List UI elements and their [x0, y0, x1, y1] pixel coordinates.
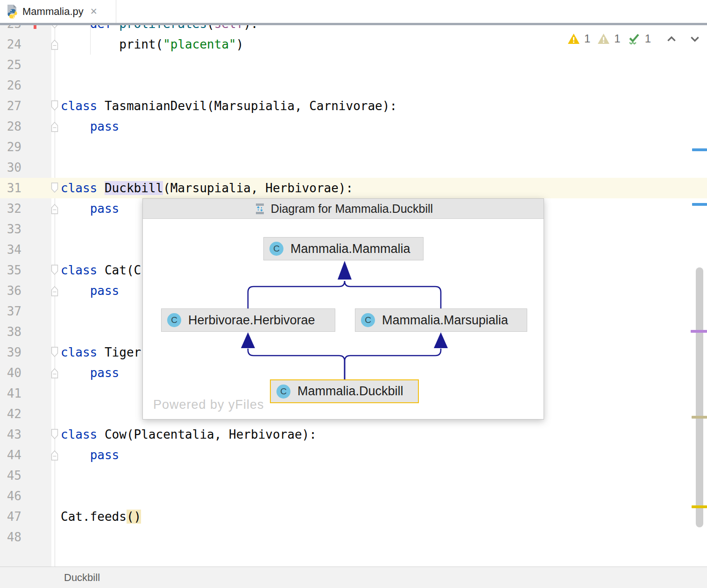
- weak-warning-count[interactable]: 1: [614, 32, 620, 45]
- arrowhead-to-herbivorae: [241, 332, 255, 348]
- line-number: 25: [0, 55, 21, 75]
- editor-tab-bar: Mammalia.py ✕: [0, 0, 707, 23]
- arrowhead-to-mammalia: [338, 261, 352, 280]
- stripe-mark[interactable]: [692, 505, 707, 508]
- edge-duckbill-to-marsupialia: [345, 349, 441, 379]
- line-number: 46: [0, 486, 21, 506]
- stripe-mark[interactable]: [691, 330, 707, 333]
- line-number: 34: [0, 239, 21, 260]
- tab-mammalia-py[interactable]: Mammalia.py ✕: [0, 0, 116, 23]
- stripe-mark[interactable]: [692, 203, 707, 206]
- code-line-text: class Tiger: [61, 342, 141, 363]
- fit-content-icon: [254, 203, 266, 215]
- code-line-47[interactable]: 47Cat.feeds(): [0, 506, 707, 527]
- code-line-27[interactable]: 27class TasmanianDevil(Marsupialia, Carn…: [0, 96, 707, 116]
- line-number: 36: [0, 280, 21, 301]
- fold-marker-end-icon[interactable]: [51, 285, 58, 296]
- fold-marker-open-icon[interactable]: [51, 265, 58, 276]
- code-line-26[interactable]: 26: [0, 75, 707, 96]
- diagram-canvas[interactable]: C Mammalia.Mammalia C Herbivorae.Herbivo…: [143, 219, 543, 419]
- code-line-30[interactable]: 30: [0, 157, 707, 178]
- code-line-text: class TasmanianDevil(Marsupialia, Carniv…: [61, 96, 397, 116]
- diagram-popup-title: Diagram for Mammalia.Duckbill: [271, 202, 433, 216]
- line-number: 41: [0, 383, 21, 404]
- fold-marker-open-icon[interactable]: [51, 182, 58, 194]
- fold-marker-open-icon[interactable]: [51, 100, 58, 112]
- line-number: 27: [0, 96, 21, 116]
- line-number: 31: [0, 178, 21, 198]
- fold-marker-open-icon[interactable]: [51, 429, 58, 440]
- error-stripe: [691, 25, 707, 567]
- node-label: Mammalia.Duckbill: [297, 384, 403, 399]
- tab-close-icon[interactable]: ✕: [90, 6, 98, 17]
- next-problem-chevron-down-icon[interactable]: [689, 34, 700, 44]
- gutter-red-mark: [34, 25, 36, 29]
- yfiles-watermark: Powered by yFiles: [153, 398, 264, 412]
- fold-marker-open-icon[interactable]: [51, 347, 58, 358]
- code-line-43[interactable]: 43class Cow(Placentalia, Herbivorae):: [0, 424, 707, 445]
- scrollbar-thumb[interactable]: [696, 267, 703, 527]
- line-number: 37: [0, 301, 21, 322]
- code-line-text: pass: [61, 280, 119, 301]
- line-number: 38: [0, 322, 21, 342]
- diagram-node-herbivorae[interactable]: C Herbivorae.Herbivorae: [161, 308, 335, 332]
- breadcrumb-duckbill[interactable]: Duckbill: [64, 572, 100, 584]
- line-number: 42: [0, 404, 21, 424]
- prev-problem-chevron-up-icon[interactable]: [666, 34, 677, 44]
- tab-title: Mammalia.py: [22, 6, 84, 18]
- code-line-29[interactable]: 29: [0, 137, 707, 157]
- ok-count[interactable]: 1: [645, 32, 651, 45]
- code-line-28[interactable]: 28 pass: [0, 116, 707, 137]
- warning-count[interactable]: 1: [584, 32, 590, 45]
- tab-bar-underline: [0, 23, 707, 25]
- fold-marker-end-icon[interactable]: [51, 203, 58, 214]
- diagram-node-marsupialia[interactable]: C Mammalia.Marsupialia: [355, 308, 527, 332]
- code-line-44[interactable]: 44 pass: [0, 445, 707, 465]
- fold-marker-end-icon[interactable]: [51, 367, 58, 378]
- line-number: 44: [0, 445, 21, 465]
- python-file-icon: [4, 4, 19, 19]
- line-number: 26: [0, 75, 21, 96]
- fold-marker-end-icon[interactable]: [51, 121, 58, 132]
- line-number: 40: [0, 363, 21, 383]
- line-number: 32: [0, 198, 21, 219]
- line-number: 47: [0, 506, 21, 527]
- edge-duckbill-to-herbivorae: [248, 349, 345, 379]
- line-number: 43: [0, 424, 21, 445]
- line-number: 45: [0, 465, 21, 486]
- code-line-text: class Cat(C: [61, 260, 141, 280]
- node-label: Herbivorae.Herbivorae: [188, 313, 315, 328]
- stripe-mark[interactable]: [692, 148, 707, 151]
- code-line-25[interactable]: 25: [0, 55, 707, 75]
- line-number: 33: [0, 219, 21, 239]
- code-line-text: class Duckbill(Marsupialia, Herbivorae):: [61, 178, 353, 198]
- diagram-node-duckbill[interactable]: C Mammalia.Duckbill: [270, 379, 419, 403]
- node-label: Mammalia.Mammalia: [290, 242, 410, 256]
- diagram-node-mammalia[interactable]: C Mammalia.Mammalia: [263, 237, 424, 260]
- line-number: 39: [0, 342, 21, 363]
- line-number: 30: [0, 157, 21, 178]
- diagram-popup-header[interactable]: Diagram for Mammalia.Duckbill: [143, 199, 544, 219]
- code-line-31[interactable]: 31class Duckbill(Marsupialia, Herbivorae…: [0, 178, 707, 198]
- code-line-text: Cat.feeds(): [61, 506, 141, 527]
- edge-herbivorae-to-mammalia: [248, 281, 345, 308]
- code-line-48[interactable]: 48: [0, 527, 707, 547]
- code-line-45[interactable]: 45: [0, 465, 707, 486]
- code-line-text: print("placenta"): [61, 34, 243, 55]
- fold-marker-end-icon[interactable]: [51, 449, 58, 461]
- line-number: 29: [0, 137, 21, 157]
- inspection-widget: 1 1 1: [567, 32, 700, 46]
- line-number: 24: [0, 34, 21, 55]
- class-icon: C: [276, 385, 290, 399]
- code-line-text: pass: [61, 363, 119, 383]
- no-problems-check-icon[interactable]: [628, 32, 641, 45]
- weak-warning-icon[interactable]: [597, 33, 610, 45]
- fold-marker-end-icon[interactable]: [51, 39, 58, 50]
- stripe-mark[interactable]: [692, 416, 707, 419]
- line-number: 28: [0, 116, 21, 137]
- code-line-46[interactable]: 46: [0, 486, 707, 506]
- class-icon: C: [167, 313, 181, 327]
- status-bar: Duckbill: [0, 567, 707, 588]
- warning-icon[interactable]: [567, 33, 580, 45]
- code-line-text: pass: [61, 198, 119, 219]
